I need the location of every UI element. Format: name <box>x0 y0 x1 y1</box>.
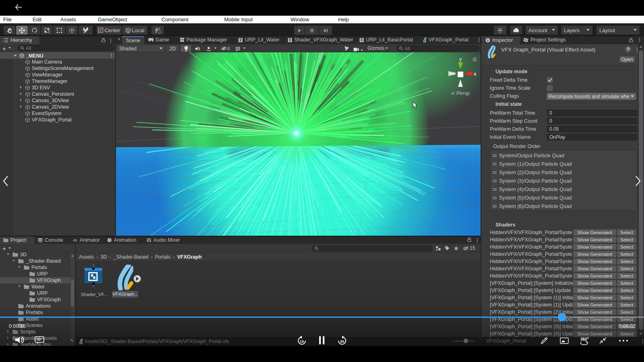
svg-text:y: y <box>459 56 462 62</box>
svg-text:10: 10 <box>300 339 304 343</box>
svg-text:30: 30 <box>340 339 345 343</box>
svg-text:x: x <box>474 71 477 77</box>
svg-text:360: 360 <box>580 337 587 341</box>
